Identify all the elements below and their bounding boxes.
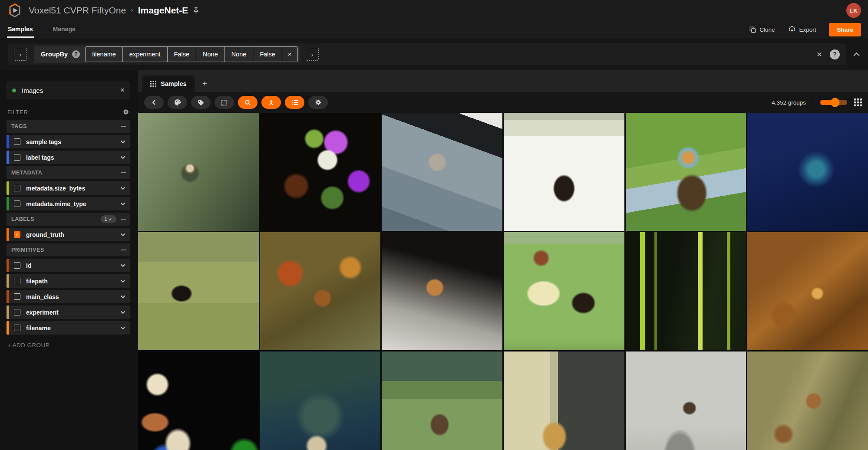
display-options-button[interactable]: [285, 96, 304, 109]
sample-tile-kelpie-grey-field[interactable]: [626, 351, 746, 450]
user-avatar[interactable]: LK: [846, 3, 861, 18]
field-checkbox[interactable]: [14, 325, 20, 331]
sidebar-field-row[interactable]: id: [7, 259, 130, 272]
sidebar-field-row[interactable]: sample tags: [7, 135, 130, 148]
field-checkbox[interactable]: [14, 185, 20, 191]
voxel51-logo-icon[interactable]: [7, 3, 23, 18]
field-checkbox[interactable]: ✓: [14, 231, 20, 238]
back-button[interactable]: [144, 96, 164, 109]
chevron-down-icon[interactable]: [120, 311, 125, 314]
sidebar-section-header[interactable]: LABELS 1 ✓: [7, 213, 130, 226]
clear-stages-icon[interactable]: ×: [817, 49, 822, 59]
sample-tile-jellyfish-underwater[interactable]: [747, 113, 868, 231]
sidebar-section-header[interactable]: TAGS: [7, 120, 130, 133]
sidebar-section-header[interactable]: METADATA: [7, 166, 130, 179]
sample-tile-capybara-meadow[interactable]: [382, 351, 502, 450]
field-checkbox[interactable]: [14, 200, 20, 207]
sample-tile-nest-and-gravel[interactable]: [504, 351, 624, 450]
panel-tab-samples[interactable]: Samples: [142, 76, 195, 92]
tag-samples-button[interactable]: [191, 96, 211, 109]
sample-tile-woman-with-dog-field[interactable]: [504, 232, 624, 350]
field-checkbox[interactable]: [14, 138, 20, 145]
groupby-chip[interactable]: None: [196, 47, 224, 62]
sample-tile-monkey-face-patch[interactable]: [138, 113, 259, 231]
share-button[interactable]: Share: [829, 23, 861, 36]
groupby-chip[interactable]: None: [224, 47, 253, 62]
groupby-chip[interactable]: filename: [86, 47, 122, 62]
sample-tile-impalas-savanna[interactable]: [747, 351, 868, 450]
sample-tile-bee-eater-on-log[interactable]: [626, 113, 746, 231]
export-button[interactable]: Export: [789, 26, 816, 33]
slider-thumb[interactable]: [831, 98, 840, 107]
collapse-bar-icon[interactable]: [853, 52, 860, 57]
sidebar-field-row[interactable]: metadata.mime_type: [7, 197, 130, 210]
breadcrumb-root[interactable]: Voxel51 CVPR FiftyOne: [29, 5, 126, 16]
collapse-section-icon[interactable]: [121, 250, 126, 250]
sample-tile-black-dog-in-snow[interactable]: [504, 113, 624, 231]
collapse-section-icon[interactable]: [121, 219, 126, 220]
clear-search-icon[interactable]: ×: [120, 86, 125, 95]
sample-tile-golden-retriever-fog[interactable]: [382, 232, 502, 350]
collapse-section-icon[interactable]: [121, 172, 126, 173]
clone-button[interactable]: Clone: [749, 26, 775, 33]
search-button[interactable]: [238, 96, 257, 109]
sample-tile-rocky-orange-texture[interactable]: [747, 232, 868, 350]
add-stage-right-button[interactable]: ›: [306, 48, 319, 61]
groupby-help-icon[interactable]: ?: [72, 50, 80, 58]
sidebar-section-header[interactable]: PRIMITIVES: [7, 243, 130, 256]
field-color-bar: [7, 259, 9, 272]
sidebar-field-row[interactable]: label tags: [7, 151, 130, 164]
sidebar-field-row[interactable]: main_class: [7, 290, 130, 303]
remove-stage-icon[interactable]: ×: [282, 47, 297, 62]
sample-tile-black-grouse-grassland[interactable]: [138, 232, 259, 350]
tab-manage[interactable]: Manage: [52, 21, 76, 38]
sort-similarity-button[interactable]: [261, 96, 281, 109]
chevron-down-icon[interactable]: [120, 156, 125, 159]
field-checkbox[interactable]: [14, 293, 20, 300]
field-checkbox[interactable]: [14, 309, 20, 315]
sidebar-field-row[interactable]: metadata.size_bytes: [7, 181, 130, 195]
field-checkbox[interactable]: [14, 278, 20, 284]
groupby-stage[interactable]: GroupBy ? filenameexperimentFalseNoneNon…: [34, 46, 300, 63]
field-checkbox[interactable]: [14, 154, 20, 161]
sidebar-settings-gear-icon[interactable]: [122, 108, 129, 115]
sample-tile-schnauzer-on-deck[interactable]: [382, 113, 502, 231]
groupby-chip[interactable]: False: [253, 47, 281, 62]
field-color-bar: [7, 135, 9, 148]
stage-bar-help-icon[interactable]: ?: [830, 49, 840, 59]
sample-tile-bamboo-dark-water[interactable]: [626, 232, 746, 350]
tab-samples[interactable]: Samples: [7, 21, 34, 38]
sample-tile-monkey-teal-mist[interactable]: [260, 351, 381, 450]
sidebar-field-row[interactable]: experiment: [7, 305, 130, 319]
field-checkbox[interactable]: [14, 262, 20, 269]
tile-size-slider[interactable]: [820, 100, 847, 105]
sidebar-field-row[interactable]: ✓ ground_truth: [7, 228, 130, 241]
collapse-section-icon[interactable]: [121, 126, 126, 127]
sidebar: Images × FILTER TAGS sample tags label t…: [0, 70, 138, 450]
sidebar-search-input[interactable]: Images ×: [7, 82, 130, 99]
groupby-label[interactable]: GroupBy: [41, 51, 68, 58]
chevron-down-icon[interactable]: [120, 140, 125, 144]
sidebar-field-row[interactable]: filepath: [7, 274, 130, 288]
settings-button[interactable]: [308, 96, 328, 109]
patches-button[interactable]: [215, 96, 234, 109]
sample-tile-purple-flowers-butterfly[interactable]: [260, 113, 381, 231]
chevron-down-icon[interactable]: [120, 202, 125, 206]
color-settings-button[interactable]: [168, 96, 187, 109]
chevron-down-icon[interactable]: [120, 264, 125, 267]
chevron-down-icon[interactable]: [120, 295, 125, 299]
chevron-down-icon[interactable]: [120, 187, 125, 190]
grid-view-icon[interactable]: [854, 99, 862, 106]
sidebar-field-row[interactable]: filename: [7, 321, 130, 335]
chevron-down-icon[interactable]: [120, 326, 125, 330]
add-panel-button[interactable]: +: [202, 76, 207, 92]
chevron-down-icon[interactable]: [120, 279, 125, 283]
sample-tile-dog-autumn-forest[interactable]: [260, 232, 381, 350]
sample-tile-woman-visor-with-dog[interactable]: [138, 351, 259, 450]
groupby-chip[interactable]: experiment: [122, 47, 167, 62]
chevron-down-icon[interactable]: [120, 233, 125, 236]
pin-icon[interactable]: [193, 7, 199, 14]
add-group-button[interactable]: + ADD GROUP: [7, 342, 130, 348]
add-stage-left-button[interactable]: ›: [14, 48, 27, 61]
groupby-chip[interactable]: False: [167, 47, 196, 62]
